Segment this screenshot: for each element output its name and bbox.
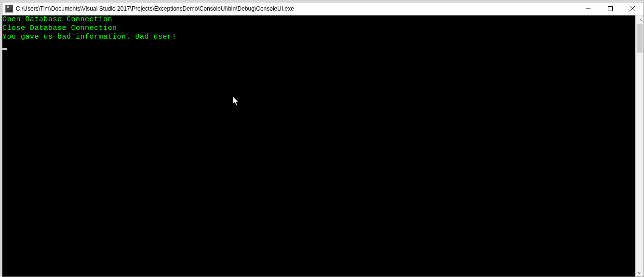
console-output[interactable]: Open Database Connection Close Database …: [2, 15, 635, 277]
minimize-icon: [586, 6, 590, 11]
close-icon: [630, 6, 635, 11]
maximize-button[interactable]: [599, 2, 621, 15]
scroll-up-button[interactable]: [636, 15, 644, 24]
minimize-button[interactable]: [577, 2, 599, 15]
chevron-down-icon: [638, 271, 642, 275]
scroll-thumb[interactable]: [637, 24, 643, 53]
console-wrapper: Open Database Connection Close Database …: [2, 15, 644, 277]
titlebar[interactable]: C:\Users\Tim\Documents\Visual Studio 201…: [2, 2, 644, 15]
scroll-track[interactable]: [636, 24, 644, 268]
app-icon: [5, 5, 13, 13]
vertical-scrollbar[interactable]: [635, 15, 644, 277]
chevron-up-icon: [638, 18, 642, 22]
maximize-icon: [608, 6, 613, 11]
console-line: Close Database Connection: [2, 24, 635, 33]
console-window: C:\Users\Tim\Documents\Visual Studio 201…: [2, 2, 644, 277]
close-button[interactable]: [621, 2, 644, 15]
console-line: You gave us bad information. Bad user!: [2, 33, 635, 42]
scroll-down-button[interactable]: [636, 268, 644, 277]
svg-rect-1: [608, 7, 613, 11]
window-title: C:\Users\Tim\Documents\Visual Studio 201…: [16, 5, 577, 12]
window-controls: [577, 2, 644, 15]
mouse-pointer-icon: [233, 97, 240, 106]
console-line: Open Database Connection: [2, 15, 635, 24]
console-cursor-line: [2, 42, 635, 50]
cursor-icon: [2, 48, 7, 50]
